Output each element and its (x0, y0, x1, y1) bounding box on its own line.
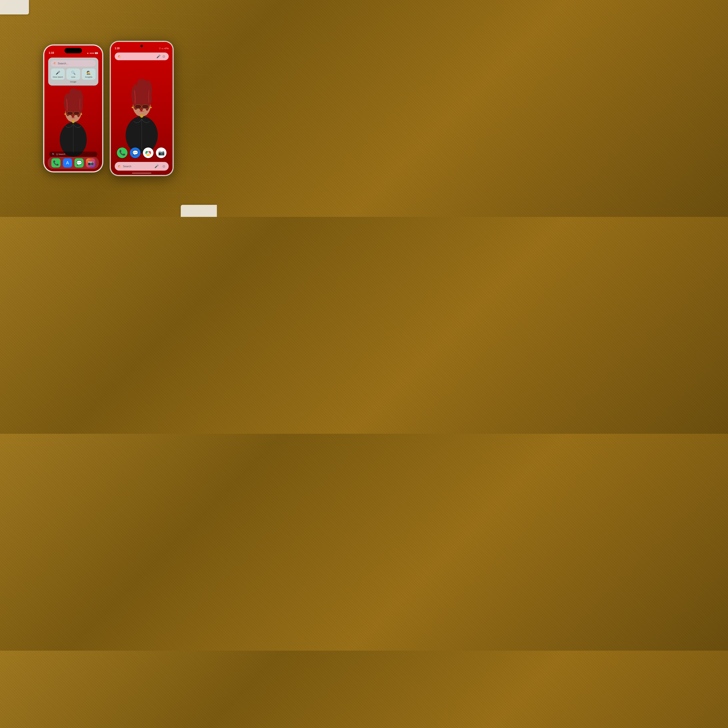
pixel-messages-icon[interactable]: 💬 (130, 147, 141, 158)
mic-icon: 🎤 (56, 70, 60, 75)
pixel-search-bar-bottom[interactable]: G Search 🎤 ⊙ (115, 162, 169, 171)
pixel-dock-row: 📞 💬 📷 (116, 147, 168, 158)
dock-appstore-icon[interactable]: A (63, 158, 72, 167)
lens-label: Lens (71, 76, 75, 78)
pixel-phone-icon[interactable]: 📞 (117, 147, 127, 158)
signal-icon: ●●●● (90, 52, 94, 54)
pixel-front-camera (141, 45, 143, 47)
dock-camera-icon[interactable]: 📷 (86, 158, 95, 167)
iphone-spotlight-search[interactable]: 🔍 Q Search (49, 151, 97, 157)
lens-icon: 🔍 (71, 70, 76, 75)
svg-rect-16 (135, 105, 141, 109)
pixel-mic-icon-top[interactable]: 🎤 (156, 55, 161, 58)
corner-paper-bottom (181, 205, 217, 217)
iphone-time: 1:10 (49, 51, 54, 54)
iphone-dock: 📞 A 💬 📷 (48, 157, 99, 169)
pixel-chrome-icon[interactable] (143, 147, 153, 158)
voice-search-label: Voice search (53, 76, 63, 78)
battery-icon: 53 (95, 52, 98, 54)
pixel-mic-icon-bottom[interactable]: 🎤 (154, 164, 159, 168)
svg-rect-5 (74, 112, 80, 115)
dock-messages-icon[interactable]: 💬 (75, 158, 84, 167)
pixel-lens-icon-top[interactable]: ⊙ (162, 55, 165, 58)
pixel-home-indicator (132, 173, 151, 173)
dock-phone-icon[interactable]: 📞 (51, 158, 61, 167)
google-footer-label: Google (51, 81, 96, 83)
pixel-search-label: Search (123, 165, 152, 168)
iphone-device: 1:10 ▲ ●●●● 53 G Search... 🎤 Voice searc… (43, 44, 103, 172)
svg-point-10 (81, 113, 82, 115)
voice-search-button[interactable]: 🎤 Voice search (51, 69, 65, 80)
pixel-time: 1:10 (115, 47, 119, 50)
pixel-screen: 1:10 ▽ ▭ 47% G 🎤 ⊙ 📞 💬 (111, 42, 173, 175)
search-placeholder: Search... (58, 62, 93, 65)
iphone-screen: 1:10 ▲ ●●●● 53 G Search... 🎤 Voice searc… (44, 46, 102, 171)
incognito-label: Incognito (85, 76, 92, 78)
google-search-bar[interactable]: G Search... (51, 60, 96, 67)
iphone-search-text: Q Search (56, 153, 65, 155)
pixel-device: 1:10 ▽ ▭ 47% G 🎤 ⊙ 📞 💬 (110, 41, 173, 176)
google-widget[interactable]: G Search... 🎤 Voice search 🔍 Lens 🕵️ Inc… (48, 58, 98, 86)
pixel-g-logo-bottom: G (118, 165, 121, 168)
corner-paper-top (0, 0, 29, 14)
svg-point-27 (147, 152, 149, 153)
widget-buttons: 🎤 Voice search 🔍 Lens 🕵️ Incognito (51, 69, 96, 80)
svg-rect-4 (67, 112, 73, 115)
pixel-wifi-icon: ▽ (159, 47, 161, 50)
wifi-icon: ▲ (87, 52, 89, 54)
incognito-button[interactable]: 🕵️ Incognito (82, 69, 96, 80)
iphone-status-icons: ▲ ●●●● 53 (87, 52, 98, 54)
dynamic-island (64, 48, 82, 53)
pixel-search-icons-top: 🎤 ⊙ (156, 55, 165, 58)
pixel-status-icons: ▽ ▭ 47% (159, 47, 169, 50)
svg-point-11 (72, 121, 75, 123)
pixel-lens-icon-bottom[interactable]: ⊙ (162, 164, 165, 168)
google-g-logo: G (54, 62, 56, 65)
svg-point-21 (132, 107, 133, 109)
pixel-search-bar-top[interactable]: G 🎤 ⊙ (115, 52, 169, 60)
svg-rect-17 (142, 105, 149, 109)
pixel-battery-percent: 47% (164, 47, 169, 50)
pixel-battery-icon: ▭ (161, 47, 164, 50)
lens-button[interactable]: 🔍 Lens (66, 69, 80, 80)
pixel-g-logo-top: G (118, 55, 121, 58)
svg-point-23 (140, 115, 143, 118)
pixel-camera-icon[interactable]: 📷 (156, 147, 167, 158)
incognito-icon: 🕵️ (87, 70, 91, 75)
svg-point-9 (64, 113, 66, 115)
svg-point-22 (150, 107, 152, 109)
